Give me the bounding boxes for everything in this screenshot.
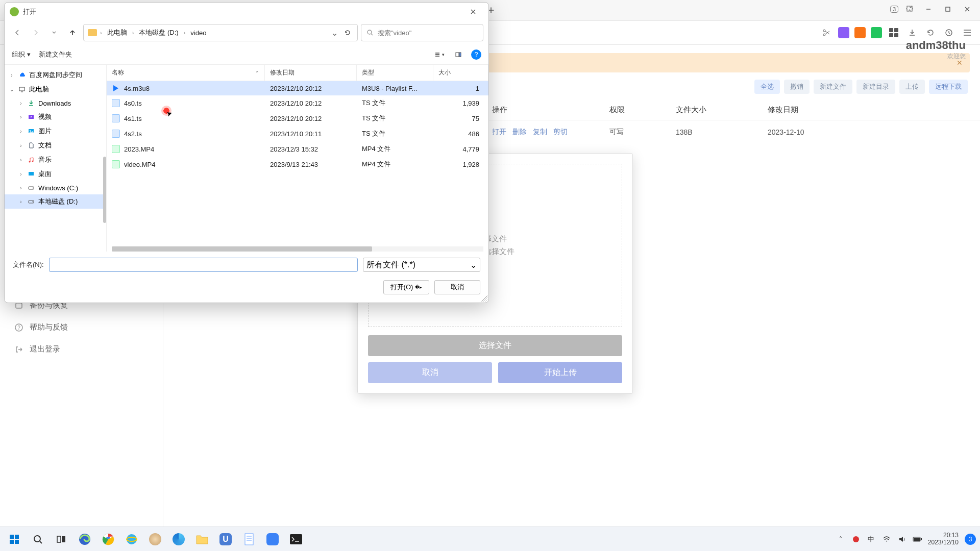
upload-cancel-button[interactable]: 取消 xyxy=(368,362,492,383)
file-row[interactable]: 4s0.ts 2023/12/10 20:12 TS 文件 1,939 xyxy=(107,95,488,111)
expand-icon[interactable]: › xyxy=(18,114,24,120)
breadcrumb-seg[interactable]: video xyxy=(188,28,208,38)
app-shortcut-2[interactable] xyxy=(854,27,866,38)
expand-icon[interactable]: › xyxy=(18,157,24,163)
tree-item[interactable]: ⌄ 此电脑 xyxy=(5,82,106,96)
wifi-icon[interactable] xyxy=(882,535,891,544)
expand-icon[interactable]: ⌄ xyxy=(9,87,15,92)
extensions-button[interactable] xyxy=(900,2,918,16)
tree-item[interactable]: › 音乐 xyxy=(5,153,106,167)
file-row[interactable]: 4s2.ts 2023/12/10 20:11 TS 文件 486 xyxy=(107,126,488,141)
taskbar-app-generic-4[interactable] xyxy=(262,529,283,549)
preview-pane-button[interactable] xyxy=(452,48,465,61)
volume-icon[interactable] xyxy=(897,535,906,544)
cancel-button[interactable]: 取消 xyxy=(434,280,480,294)
organize-menu[interactable]: 组织 ▾ xyxy=(12,50,31,59)
menu-icon[interactable] xyxy=(961,26,974,39)
expand-icon[interactable]: › xyxy=(9,72,15,78)
tree-item[interactable]: › 视频 xyxy=(5,110,106,124)
btn-remote-dl[interactable]: 远程下载 xyxy=(929,80,968,94)
history-icon[interactable] xyxy=(942,26,955,39)
file-row[interactable]: video.MP4 2023/9/13 21:43 MP4 文件 1,928 xyxy=(107,157,488,172)
horizontal-scrollbar[interactable] xyxy=(112,246,483,252)
op-open[interactable]: 打开 xyxy=(492,128,506,136)
tray-app-icon[interactable] xyxy=(851,535,861,544)
ime-indicator[interactable]: 中 xyxy=(867,535,876,544)
btn-new-file[interactable]: 新建文件 xyxy=(814,80,852,94)
file-row[interactable]: 4s.m3u8 2023/12/10 20:12 M3U8 - Playlist… xyxy=(107,81,488,95)
filename-input[interactable] xyxy=(49,258,358,272)
expand-icon[interactable]: › xyxy=(18,185,24,191)
breadcrumb-bar[interactable]: › 此电脑 › 本地磁盘 (D:) › video ⌄ xyxy=(83,24,358,41)
apps-grid-icon[interactable] xyxy=(887,26,900,39)
tree-item[interactable]: › 百度网盘同步空间 xyxy=(5,68,106,82)
upload-start-button[interactable]: 开始上传 xyxy=(498,362,622,383)
window-close[interactable] xyxy=(959,2,976,16)
nav-logout[interactable]: 退出登录 xyxy=(0,338,163,360)
btn-new-dir[interactable]: 新建目录 xyxy=(856,80,895,94)
expand-icon[interactable]: › xyxy=(18,199,24,205)
tree-item[interactable]: › 桌面 xyxy=(5,167,106,181)
tray-chevron-up-icon[interactable]: ˄ xyxy=(836,535,845,544)
list-header[interactable]: 名称⌃ 修改日期 类型 大小 xyxy=(107,65,488,81)
breadcrumb-seg[interactable]: 本地磁盘 (D:) xyxy=(137,27,180,38)
tree-item[interactable]: › 本地磁盘 (D:) xyxy=(5,194,106,209)
help-button[interactable]: ? xyxy=(471,49,481,60)
refresh-icon[interactable] xyxy=(924,26,937,39)
window-minimize[interactable] xyxy=(920,2,937,16)
col-size[interactable]: 大小 xyxy=(433,65,488,81)
taskbar-clock[interactable]: 20:13 2023/12/10 xyxy=(928,532,959,546)
nav-recent[interactable] xyxy=(46,25,62,40)
btn-upload[interactable]: 上传 xyxy=(899,80,925,94)
taskbar-app-terminal[interactable] xyxy=(286,529,306,549)
taskbar-app-generic-1[interactable] xyxy=(145,529,165,549)
new-folder-button[interactable]: 新建文件夹 xyxy=(39,50,72,59)
app-shortcut-3[interactable] xyxy=(871,27,882,38)
nav-back[interactable] xyxy=(10,25,25,40)
breadcrumb-refresh[interactable] xyxy=(342,27,353,38)
nav-forward[interactable] xyxy=(28,25,43,40)
expand-icon[interactable]: › xyxy=(18,171,24,177)
taskbar-app-edge[interactable] xyxy=(75,529,95,549)
dialog-search[interactable] xyxy=(361,24,483,41)
battery-icon[interactable] xyxy=(913,535,922,544)
col-type[interactable]: 类型 xyxy=(357,65,433,81)
taskbar-app-notepad[interactable] xyxy=(239,529,259,549)
task-view-button[interactable] xyxy=(51,529,71,549)
tree-item[interactable]: › 图片 xyxy=(5,124,106,138)
file-row[interactable]: 2023.MP4 2023/12/3 15:32 MP4 文件 4,779 xyxy=(107,141,488,157)
taskbar-app-generic-3[interactable]: U xyxy=(215,529,236,549)
window-maximize[interactable] xyxy=(939,2,957,16)
start-button[interactable] xyxy=(4,529,24,549)
dialog-titlebar[interactable]: 打开 xyxy=(5,3,488,21)
btn-revoke[interactable]: 撤销 xyxy=(784,80,810,94)
notification-badge[interactable]: 3 xyxy=(965,534,976,545)
col-name[interactable]: 名称⌃ xyxy=(107,65,265,81)
file-row[interactable]: 4s1.ts 2023/12/10 20:12 TS 文件 75 xyxy=(107,111,488,126)
breadcrumb-dropdown[interactable]: ⌄ xyxy=(329,26,340,40)
view-list-button[interactable]: ▾ xyxy=(432,48,446,61)
choose-file-button[interactable]: 选择文件 xyxy=(368,335,622,356)
col-date[interactable]: 修改日期 xyxy=(265,65,357,81)
expand-icon[interactable]: › xyxy=(18,129,24,134)
tree-item[interactable]: › Windows (C:) xyxy=(5,181,106,194)
download-icon[interactable] xyxy=(905,26,919,39)
tree-scrollbar-thumb[interactable] xyxy=(103,157,106,223)
expand-icon[interactable]: › xyxy=(18,143,24,148)
op-del[interactable]: 删除 xyxy=(512,128,527,136)
app-shortcut-1[interactable] xyxy=(838,27,849,38)
taskbar-app-explorer[interactable] xyxy=(192,529,212,549)
scrollbar-thumb[interactable] xyxy=(112,246,372,252)
nav-up[interactable] xyxy=(65,25,80,40)
breadcrumb-seg[interactable]: 此电脑 xyxy=(105,27,129,38)
op-cut[interactable]: 剪切 xyxy=(553,128,568,136)
expand-icon[interactable]: › xyxy=(18,101,24,106)
taskbar-app-generic-2[interactable] xyxy=(168,529,189,549)
tree-item[interactable]: › Downloads xyxy=(5,96,106,110)
taskbar-app-ie[interactable] xyxy=(121,529,142,549)
tree-item[interactable]: › 文档 xyxy=(5,138,106,153)
folder-tree[interactable]: › 百度网盘同步空间⌄ 此电脑› Downloads› 视频› 图片› 文档› … xyxy=(5,65,107,252)
file-type-filter[interactable]: 所有文件 (*.*) ⌄ xyxy=(363,258,480,272)
open-button[interactable]: 打开(O) �▸ xyxy=(383,280,429,294)
nav-help[interactable]: ? 帮助与反馈 xyxy=(0,316,163,338)
